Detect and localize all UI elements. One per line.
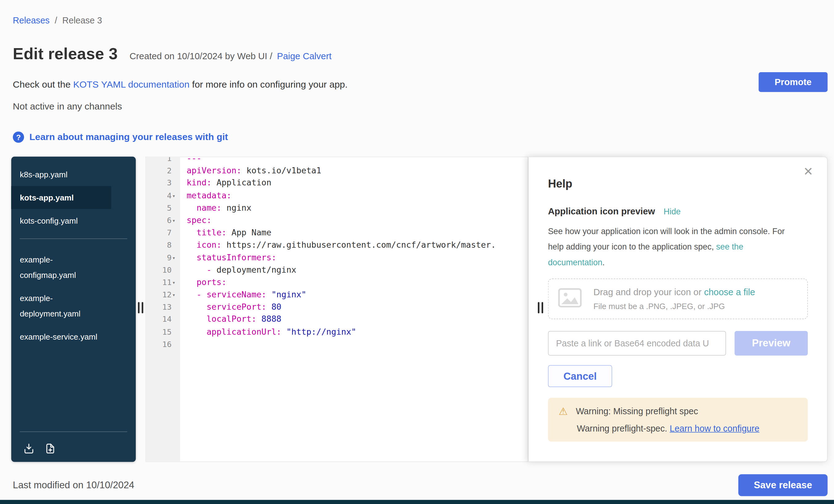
gutter-line-4[interactable]: 4▾ <box>146 190 180 202</box>
sidebar-item-kots-app-yaml[interactable]: kots-app.yaml <box>11 186 111 209</box>
code-line-2[interactable]: apiVersion: kots.io/v1beta1 <box>186 165 528 177</box>
warning-title: Warning: Missing preflight spec <box>576 406 698 416</box>
fold-caret-icon[interactable]: ▾ <box>172 276 179 289</box>
dropzone-hint: File must be a .PNG, .JPEG, or .JPG <box>593 302 755 311</box>
dropzone-text: Drag and drop your icon or choose a file… <box>593 287 755 311</box>
bottom-bar <box>0 500 834 504</box>
sidebar-item-example-service-yaml[interactable]: example-service.yaml <box>11 325 111 348</box>
help-resize-handle[interactable] <box>538 302 543 313</box>
close-icon[interactable]: ✕ <box>803 166 813 177</box>
configure-preflight-link[interactable]: Learn how to configure <box>670 423 759 433</box>
gutter-line-2[interactable]: 2 <box>146 165 180 177</box>
code-line-15[interactable]: applicationUrl: "http://nginx" <box>186 326 528 338</box>
code-line-11[interactable]: ports: <box>186 276 528 289</box>
gutter-line-15[interactable]: 15 <box>146 326 180 338</box>
gutter-line-1[interactable]: 1 <box>146 157 180 165</box>
gutter-line-5[interactable]: 5 <box>146 202 180 214</box>
title-row: Edit release 3 Created on 10/10/2024 by … <box>13 45 332 63</box>
doc-text-post: for more info on configuring your app. <box>190 79 348 90</box>
sidebar-resize-handle[interactable] <box>138 302 143 313</box>
gutter-line-14[interactable]: 14 <box>146 313 180 326</box>
code-line-5[interactable]: name: nginx <box>186 202 528 214</box>
gutter-line-7[interactable]: 7 <box>146 227 180 239</box>
git-help-row: ? Learn about managing your releases wit… <box>13 131 228 143</box>
kots-yaml-docs-link[interactable]: KOTS YAML documentation <box>73 79 190 90</box>
help-description-text: See how your application icon will look … <box>548 227 785 251</box>
code-editor[interactable]: 1234▾56▾789▾1011▾12▾13141516 ---apiVersi… <box>145 157 528 462</box>
gutter-line-13[interactable]: 13 <box>146 301 180 313</box>
author-link[interactable]: Paige Calvert <box>277 51 332 61</box>
footer: Last modified on 10/10/2024 Save release <box>13 474 828 496</box>
image-placeholder-icon <box>558 288 582 309</box>
file-sidebar: k8s-app.yamlkots-app.yamlkots-config.yam… <box>11 157 136 462</box>
hide-link[interactable]: Hide <box>664 207 681 217</box>
import-file-icon[interactable] <box>23 443 35 454</box>
sidebar-item-example-configmap-yaml[interactable]: example-configmap.yaml <box>11 248 111 287</box>
code-line-6[interactable]: spec: <box>186 214 528 227</box>
page: Releases / Release 3 Edit release 3 Crea… <box>0 0 834 504</box>
code-line-16[interactable] <box>186 338 528 351</box>
sidebar-actions <box>23 443 56 454</box>
icon-preview-title: Application icon preview <box>548 206 655 217</box>
icon-dropzone[interactable]: Drag and drop your icon or choose a file… <box>548 279 808 319</box>
editor-code[interactable]: ---apiVersion: kots.io/v1beta1kind: Appl… <box>180 157 528 461</box>
code-line-3[interactable]: kind: Application <box>186 177 528 190</box>
cancel-button[interactable]: Cancel <box>548 365 612 387</box>
code-line-9[interactable]: statusInformers: <box>186 252 528 264</box>
icon-url-row: Preview <box>548 331 808 356</box>
gutter-line-3[interactable]: 3 <box>146 177 180 190</box>
file-list: k8s-app.yamlkots-app.yamlkots-config.yam… <box>11 157 136 348</box>
breadcrumb: Releases / Release 3 <box>13 16 102 26</box>
breadcrumb-releases-link[interactable]: Releases <box>13 16 50 25</box>
preview-button[interactable]: Preview <box>735 331 808 356</box>
fold-caret-icon[interactable]: ▾ <box>172 190 179 202</box>
icon-url-input[interactable] <box>548 331 726 356</box>
new-file-icon[interactable] <box>44 443 56 454</box>
gutter-line-12[interactable]: 12▾ <box>146 289 180 301</box>
sidebar-item-kots-config-yaml[interactable]: kots-config.yaml <box>11 209 111 232</box>
gutter-line-11[interactable]: 11▾ <box>146 276 180 289</box>
help-panel: ✕ Help Application icon preview Hide See… <box>528 157 828 462</box>
code-line-4[interactable]: metadata: <box>186 190 528 202</box>
doc-text-pre: Check out the <box>13 79 73 90</box>
icon-preview-section: Application icon preview Hide <box>548 206 808 217</box>
git-releases-link[interactable]: Learn about managing your releases with … <box>29 131 228 143</box>
fold-caret-icon[interactable]: ▾ <box>172 252 179 264</box>
code-line-1[interactable]: --- <box>186 157 528 165</box>
breadcrumb-current: Release 3 <box>62 16 102 25</box>
sidebar-item-k8s-app-yaml[interactable]: k8s-app.yaml <box>11 163 111 186</box>
help-description: See how your application icon will look … <box>548 224 790 270</box>
sidebar-group-divider <box>20 238 127 239</box>
sidebar-bottom-divider <box>20 432 127 432</box>
help-circle-icon[interactable]: ? <box>13 131 24 143</box>
dropzone-instruction: Drag and drop your icon or <box>593 287 704 297</box>
created-text: Created on 10/10/2024 by Web UI / <box>130 51 272 61</box>
last-modified: Last modified on 10/10/2024 <box>13 480 134 491</box>
editor-gutter: 1234▾56▾789▾1011▾12▾13141516 <box>146 157 180 461</box>
created-info: Created on 10/10/2024 by Web UI / Paige … <box>130 51 332 62</box>
gutter-line-8[interactable]: 8 <box>146 239 180 251</box>
page-title: Edit release 3 <box>13 45 118 63</box>
code-line-14[interactable]: localPort: 8888 <box>186 313 528 326</box>
warning-icon: ⚠ <box>558 406 568 416</box>
fold-caret-icon[interactable]: ▾ <box>172 214 179 227</box>
gutter-line-16[interactable]: 16 <box>146 338 180 351</box>
code-line-10[interactable]: - deployment/nginx <box>186 264 528 276</box>
help-title: Help <box>548 177 808 190</box>
promote-button[interactable]: Promote <box>759 72 828 92</box>
code-line-12[interactable]: - serviceName: "nginx" <box>186 289 528 301</box>
gutter-line-9[interactable]: 9▾ <box>146 252 180 264</box>
code-line-8[interactable]: icon: https://raw.githubusercontent.com/… <box>186 239 528 251</box>
fold-caret-icon[interactable]: ▾ <box>172 289 179 301</box>
workspace: k8s-app.yamlkots-app.yamlkots-config.yam… <box>11 157 828 462</box>
code-line-13[interactable]: servicePort: 80 <box>186 301 528 313</box>
code-line-7[interactable]: title: App Name <box>186 227 528 239</box>
gutter-line-6[interactable]: 6▾ <box>146 214 180 227</box>
gutter-line-10[interactable]: 10 <box>146 264 180 276</box>
choose-file-link[interactable]: choose a file <box>704 287 755 297</box>
doc-line: Check out the KOTS YAML documentation fo… <box>13 79 348 90</box>
warning-text: Warning preflight-spec. <box>577 423 670 433</box>
help-description-suffix: . <box>602 258 605 266</box>
sidebar-item-example-deployment-yaml[interactable]: example-deployment.yaml <box>11 287 111 325</box>
save-release-button[interactable]: Save release <box>739 474 828 496</box>
